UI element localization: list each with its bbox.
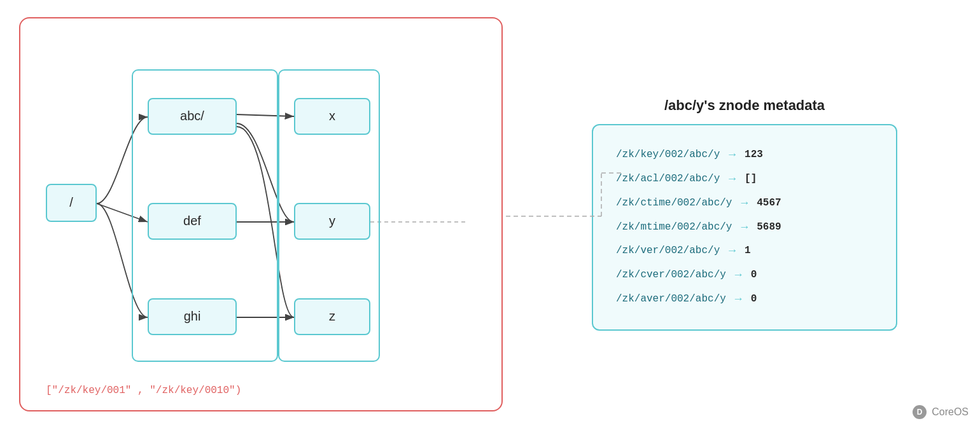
metadata-key-6: /zk/aver/002/abc/y (616, 289, 726, 310)
metadata-value-2: 4567 (757, 193, 781, 214)
bottom-label: ["/zk/key/001" , "/zk/key/0010") (46, 385, 241, 396)
arrow-icon-5: → (735, 263, 742, 287)
arrow-icon-0: → (729, 143, 736, 167)
metadata-value-3: 5689 (757, 217, 781, 238)
metadata-key-2: /zk/ctime/002/abc/y (616, 193, 732, 214)
metadata-panel: /abc/y's znode metadata /zk/key/002/abc/… (528, 97, 961, 331)
coreos-logo-icon: D (913, 405, 927, 419)
main-container: / abc/ def ghi x y z ["/zk/key/001" , "/… (0, 0, 980, 428)
metadata-value-0: 123 (745, 144, 763, 166)
arrow-icon-3: → (741, 216, 748, 240)
metadata-row-4: /zk/ver/002/abc/y → 1 (616, 239, 873, 263)
metadata-key-4: /zk/ver/002/abc/y (616, 240, 720, 262)
metadata-row-3: /zk/mtime/002/abc/y → 5689 (616, 216, 873, 240)
tree-diagram-panel: / abc/ def ghi x y z ["/zk/key/001" , "/… (19, 17, 503, 411)
metadata-key-0: /zk/key/002/abc/y (616, 144, 720, 166)
metadata-value-4: 1 (745, 240, 751, 262)
node-y: y (294, 203, 370, 240)
metadata-key-5: /zk/cver/002/abc/y (616, 265, 726, 286)
node-ghi: ghi (148, 298, 237, 335)
metadata-value-6: 0 (751, 289, 757, 310)
metadata-value-5: 0 (751, 265, 757, 286)
metadata-key-1: /zk/acl/002/abc/y (616, 169, 720, 190)
metadata-row-0: /zk/key/002/abc/y → 123 (616, 143, 873, 167)
metadata-row-5: /zk/cver/002/abc/y → 0 (616, 263, 873, 287)
metadata-box: /zk/key/002/abc/y → 123 /zk/acl/002/abc/… (592, 124, 897, 331)
arrow-icon-2: → (741, 191, 748, 216)
metadata-key-3: /zk/mtime/002/abc/y (616, 217, 732, 238)
metadata-row-2: /zk/ctime/002/abc/y → 4567 (616, 191, 873, 216)
metadata-row-1: /zk/acl/002/abc/y → [] (616, 167, 873, 191)
metadata-value-1: [] (745, 169, 757, 190)
coreos-brand: D CoreOS (913, 405, 969, 419)
node-z: z (294, 298, 370, 335)
node-root: / (46, 184, 97, 222)
metadata-title: /abc/y's znode metadata (664, 97, 825, 114)
arrow-icon-4: → (729, 239, 736, 263)
metadata-row-6: /zk/aver/002/abc/y → 0 (616, 287, 873, 312)
node-def: def (148, 203, 237, 240)
arrow-icon-6: → (735, 287, 742, 312)
node-x: x (294, 98, 370, 135)
coreos-name: CoreOS (932, 406, 969, 418)
arrow-icon-1: → (729, 167, 736, 191)
node-abc: abc/ (148, 98, 237, 135)
